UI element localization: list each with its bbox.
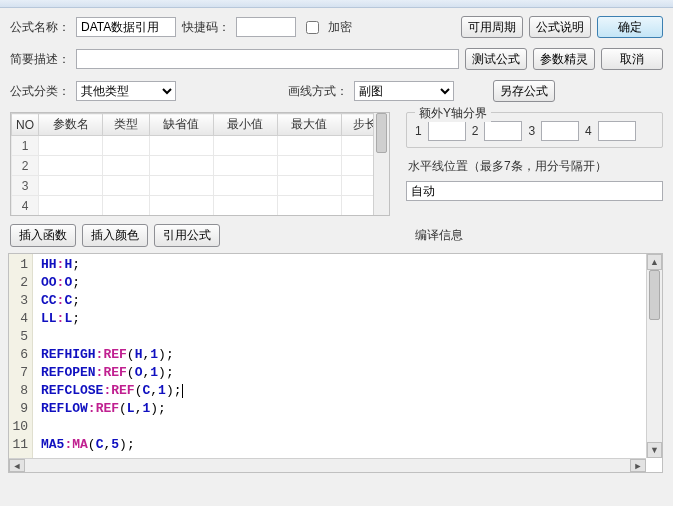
table-row[interactable]: 3: [12, 176, 389, 196]
category-select[interactable]: 其他类型: [76, 81, 176, 101]
hline-input[interactable]: [406, 181, 663, 201]
editor-hscrollbar[interactable]: ◄ ►: [9, 458, 646, 472]
table-row[interactable]: 2: [12, 156, 389, 176]
cancel-button[interactable]: 取消: [601, 48, 663, 70]
code-editor[interactable]: 1 2 3 4 5 6 7 8 9 10 11 HH:H; OO:O; CC:C…: [8, 253, 663, 473]
period-button[interactable]: 可用周期: [461, 16, 523, 38]
category-label: 公式分类：: [10, 83, 70, 100]
shortcut-label: 快捷码：: [182, 19, 230, 36]
param-header: NO: [12, 114, 39, 136]
window-titlebar: [0, 0, 673, 8]
encrypt-label: 加密: [328, 19, 352, 36]
scroll-up-icon[interactable]: ▲: [647, 254, 662, 270]
formula-name-label: 公式名称：: [10, 19, 70, 36]
hline-label: 水平线位置（最多7条，用分号隔开）: [408, 158, 663, 175]
ok-button[interactable]: 确定: [597, 16, 663, 38]
scroll-right-icon[interactable]: ►: [630, 459, 646, 472]
help-button[interactable]: 公式说明: [529, 16, 591, 38]
ref-formula-button[interactable]: 引用公式: [154, 224, 220, 247]
wizard-button[interactable]: 参数精灵: [533, 48, 595, 70]
compile-info-label: 编译信息: [415, 227, 463, 244]
drawmode-label: 画线方式：: [288, 83, 348, 100]
drawmode-select[interactable]: 副图: [354, 81, 454, 101]
formula-name-input[interactable]: [76, 17, 176, 37]
encrypt-checkbox[interactable]: [306, 21, 319, 34]
param-header: 最小值: [213, 114, 277, 136]
brief-label: 简要描述：: [10, 51, 70, 68]
insert-function-button[interactable]: 插入函数: [10, 224, 76, 247]
table-row[interactable]: 4: [12, 196, 389, 216]
y4-label: 4: [585, 124, 592, 138]
y1-input[interactable]: [428, 121, 466, 141]
y3-input[interactable]: [541, 121, 579, 141]
param-header: 类型: [103, 114, 150, 136]
param-header: 缺省值: [149, 114, 213, 136]
param-header: 参数名: [39, 114, 103, 136]
param-table[interactable]: NO参数名类型缺省值最小值最大值步长1234: [10, 112, 390, 216]
brief-input[interactable]: [76, 49, 459, 69]
editor-vscrollbar[interactable]: ▲ ▼: [646, 254, 662, 458]
insert-color-button[interactable]: 插入颜色: [82, 224, 148, 247]
y3-label: 3: [528, 124, 535, 138]
y1-label: 1: [415, 124, 422, 138]
y2-label: 2: [472, 124, 479, 138]
editor-code[interactable]: HH:H; OO:O; CC:C; LL:L; REFHIGH:REF(H,1)…: [33, 254, 183, 460]
shortcut-input[interactable]: [236, 17, 296, 37]
param-table-scrollbar[interactable]: [373, 113, 389, 215]
editor-gutter: 1 2 3 4 5 6 7 8 9 10 11: [9, 254, 33, 460]
y4-input[interactable]: [598, 121, 636, 141]
saveas-button[interactable]: 另存公式: [493, 80, 555, 102]
param-header: 最大值: [277, 114, 341, 136]
y2-input[interactable]: [484, 121, 522, 141]
scroll-left-icon[interactable]: ◄: [9, 459, 25, 472]
yaxis-legend: 额外Y轴分界: [415, 105, 491, 122]
table-row[interactable]: 1: [12, 136, 389, 156]
form-panel: 公式名称： 快捷码： 加密 可用周期 公式说明 确定 简要描述： 测试公式 参数…: [0, 8, 673, 247]
test-button[interactable]: 测试公式: [465, 48, 527, 70]
scroll-down-icon[interactable]: ▼: [647, 442, 662, 458]
yaxis-fieldset: 额外Y轴分界 1 2 3 4: [406, 112, 663, 148]
